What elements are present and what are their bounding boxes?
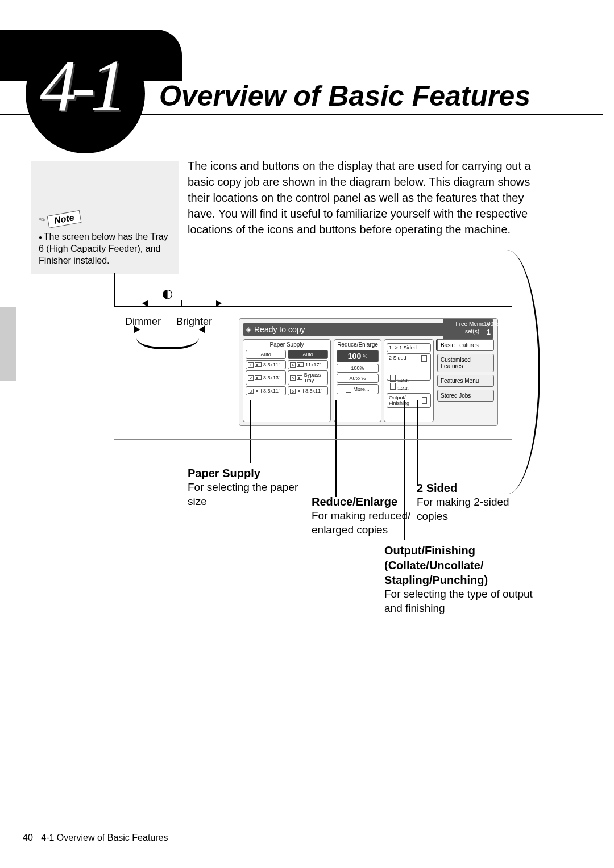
- panel-curve-icon: [506, 250, 540, 494]
- output-finishing-button[interactable]: Output/ Finishing: [387, 393, 431, 408]
- title-underline: [0, 114, 603, 115]
- pencil-icon: ✎: [38, 214, 48, 226]
- note-text: The screen below has the Tray 6 (High Ca…: [39, 231, 175, 266]
- zoom-number: 100: [348, 352, 361, 361]
- free-memory-value: 100%: [484, 321, 499, 327]
- callout-body: For making 2-sided copies: [417, 496, 509, 522]
- slider-tick-icon: [181, 300, 182, 307]
- tray-5-size: Bypass Tray: [304, 372, 326, 383]
- slider-right-arrow-icon: [216, 300, 222, 307]
- control-panel-diagram: ◐ Dimmer Brighter Ready to copy Free Mem…: [114, 273, 523, 483]
- tray-num-5: 5: [290, 375, 296, 381]
- zoom-100-button[interactable]: 100%: [337, 364, 379, 373]
- callout-paper-supply: Paper Supply For selecting the paper siz…: [188, 466, 301, 508]
- contrast-icon: ◐: [162, 286, 173, 301]
- page-footer: 40 4-1 Overview of Basic Features: [23, 833, 168, 843]
- tray-icon: [297, 389, 304, 393]
- tray-icon: [297, 362, 304, 367]
- panel-right-line: [496, 307, 496, 439]
- tray-4-button[interactable]: 411x17": [288, 360, 328, 369]
- tray-5-button[interactable]: 5Bypass Tray: [288, 370, 328, 385]
- manual-page: 4-1 Overview of Basic Features The icons…: [0, 0, 614, 868]
- page-icon: [390, 383, 396, 390]
- page-icon: [390, 375, 396, 382]
- tray-num-2: 2: [248, 375, 254, 381]
- zoom-value[interactable]: 100%: [337, 350, 379, 362]
- two-sided-label: 2 Sided: [389, 355, 406, 361]
- tab-customised-features[interactable]: Customised Features: [437, 354, 494, 372]
- callout-output-finishing: Output/Finishing (Collate/Uncollate/ Sta…: [384, 543, 544, 615]
- callout-body: For making reduced/ enlarged copies: [312, 510, 410, 536]
- page-edge-tab: [0, 307, 16, 381]
- paper-supply-panel: Paper Supply Auto Auto 18.5x11" 411x17" …: [243, 339, 331, 422]
- slider-arc-icon: [136, 327, 199, 349]
- tray-3-size: 8.5x11": [263, 388, 280, 394]
- tray-icon: [297, 375, 302, 380]
- panel-bottom-line: [114, 439, 512, 440]
- callout-heading: Paper Supply: [188, 466, 301, 481]
- tray-num-1: 1: [248, 362, 254, 368]
- intro-paragraph: The icons and buttons on the display tha…: [188, 158, 540, 237]
- tray-icon: [255, 389, 262, 393]
- tray-icon: [255, 375, 262, 380]
- sided-anno-1: 1.2.3.: [390, 375, 409, 383]
- reduce-enlarge-panel: Reduce/Enlarge 100% 100% Auto % More...: [334, 339, 381, 422]
- callout-2sided: 2 Sided For making 2-sided copies: [417, 481, 542, 523]
- tray-icon: [255, 362, 262, 367]
- callout-line-reduce-enlarge: [335, 400, 337, 497]
- tab-features-menu[interactable]: Features Menu: [437, 375, 494, 387]
- slider-left-arrow-icon: [142, 300, 148, 307]
- tab-stored-jobs[interactable]: Stored Jobs: [437, 390, 494, 402]
- feature-tabs: Basic Features Customised Features Featu…: [437, 339, 494, 422]
- footer-crumb: 4-1 Overview of Basic Features: [41, 833, 168, 842]
- tray-6-button[interactable]: 68.5x11": [288, 386, 328, 395]
- copier-screen: Ready to copy Free Memory 100% set(s) 1 …: [239, 318, 498, 426]
- zoom-more-button[interactable]: More...: [337, 384, 379, 394]
- paper-supply-title: Paper Supply: [243, 340, 330, 349]
- page-icon: [421, 355, 427, 362]
- status-bar: Ready to copy: [243, 323, 447, 336]
- tray-1-button[interactable]: 18.5x11": [246, 360, 286, 369]
- callout-line-2sided: [417, 400, 418, 486]
- tab-basic-features[interactable]: Basic Features: [437, 339, 494, 351]
- tray-1-size: 8.5x11": [263, 362, 280, 368]
- page-icon: [422, 397, 427, 404]
- note-box: ✎ Note The screen below has the Tray 6 (…: [31, 161, 179, 274]
- tray-num-4: 4: [290, 362, 296, 368]
- page-icon: [346, 386, 351, 393]
- more-label: More...: [353, 386, 369, 392]
- page-number: 40: [23, 833, 33, 842]
- status-text: Ready to copy: [254, 325, 305, 334]
- callout-line-paper-supply: [250, 400, 251, 463]
- paper-auto-option[interactable]: Auto: [246, 350, 286, 359]
- sets-value: 1: [487, 328, 491, 336]
- zoom-auto-button[interactable]: Auto %: [337, 374, 379, 383]
- paper-auto-selected[interactable]: Auto: [288, 350, 328, 359]
- callout-body: For selecting the paper size: [188, 481, 298, 507]
- tray-2-size: 8.5x13": [263, 375, 280, 381]
- dimmer-label: Dimmer: [125, 316, 161, 328]
- pct-label: %: [363, 353, 367, 359]
- panel-outline: [114, 273, 512, 307]
- sided-anno-2: 1.2.3.: [390, 383, 409, 391]
- tray-6-size: 8.5x11": [305, 388, 322, 394]
- callout-heading: Stapling/Punching): [384, 573, 544, 587]
- tray-4-size: 11x17": [305, 362, 321, 368]
- tray-3-button[interactable]: 38.5x11": [246, 386, 286, 395]
- reduce-enlarge-title: Reduce/Enlarge: [334, 340, 381, 349]
- tray-num-6: 6: [290, 389, 296, 394]
- callout-heading: 2 Sided: [417, 481, 542, 495]
- sided-panel: 1 -> 1 Sided 2 Sided 1.2.3. 1.2.3. Outpu…: [384, 339, 434, 422]
- sets-label: set(s): [465, 328, 479, 335]
- note-label: Note: [47, 210, 82, 228]
- callout-heading: Output/Finishing: [384, 543, 544, 558]
- callout-body: For selecting the type of output and fin…: [384, 588, 533, 614]
- one-to-one-sided-button[interactable]: 1 -> 1 Sided: [387, 343, 431, 352]
- callout-heading: (Collate/Uncollate/: [384, 558, 544, 573]
- page-title: Overview of Basic Features: [159, 80, 530, 112]
- tray-2-button[interactable]: 28.5x13": [246, 370, 286, 385]
- tray-num-3: 3: [248, 389, 254, 394]
- one-sided-label: 1 -> 1 Sided: [389, 345, 417, 350]
- section-number: 4-1: [40, 43, 121, 128]
